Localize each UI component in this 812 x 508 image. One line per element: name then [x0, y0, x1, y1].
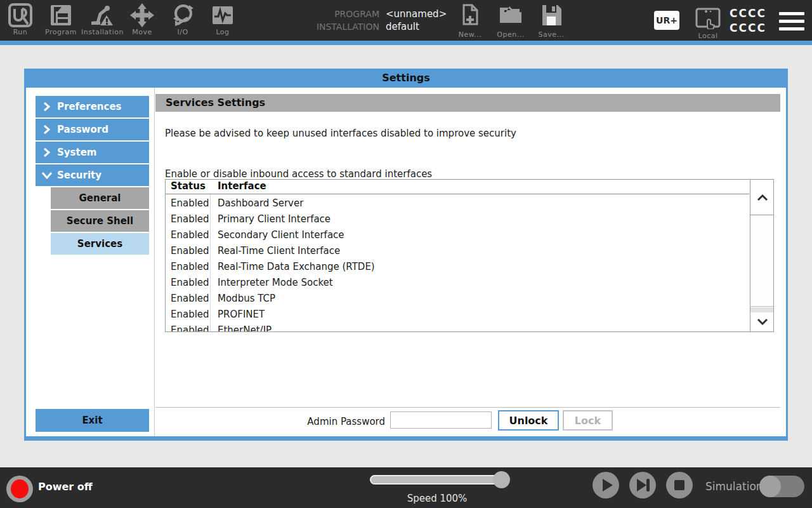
nav-tab-installation[interactable]: Installation: [81, 1, 122, 41]
step-button[interactable]: [629, 472, 656, 498]
power-status-button[interactable]: [6, 476, 33, 502]
cell-interface: Dashboard Server: [218, 197, 303, 209]
simulation-label: Simulation: [705, 480, 763, 493]
nav-tab-io[interactable]: I/O: [164, 1, 202, 41]
scrollbar-track[interactable]: [750, 307, 774, 312]
unlock-button[interactable]: Unlock: [498, 410, 559, 431]
urplus-button[interactable]: UR+: [654, 11, 679, 30]
program-label: PROGRAM: [273, 8, 379, 20]
local-mode-button[interactable]: Local: [692, 4, 724, 40]
table-row[interactable]: Enabled EtherNet/IP: [166, 323, 749, 332]
save-button-label: Save...: [532, 30, 571, 39]
sidebar-item-preferences[interactable]: Preferences: [36, 96, 149, 117]
toggle-knob: [759, 476, 781, 497]
sidebar-item-system[interactable]: System: [36, 142, 149, 163]
column-header-status: Status: [171, 180, 206, 192]
header-accent-strip: [0, 41, 812, 45]
chevron-up-icon: [757, 194, 768, 201]
cell-interface: Interpreter Mode Socket: [218, 277, 333, 288]
nav-tab-move[interactable]: Move: [123, 1, 161, 41]
nav-tab-program[interactable]: Program: [42, 1, 80, 41]
hamburger-icon: [779, 20, 804, 23]
cell-interface: EtherNet/IP: [218, 324, 272, 332]
cell-status: Enabled: [171, 293, 209, 304]
local-pendant-icon: [693, 4, 723, 29]
table-row[interactable]: Enabled Secondary Client Interface: [166, 227, 749, 243]
sidebar-subitem-label: General: [79, 192, 121, 204]
cell-status: Enabled: [171, 309, 209, 320]
hamburger-menu-button[interactable]: [779, 12, 804, 30]
nav-tab-label: Program: [42, 28, 80, 36]
table-row[interactable]: Enabled Modbus TCP: [166, 291, 749, 307]
table-row[interactable]: Enabled Primary Client Interface: [166, 211, 749, 227]
cell-status: Enabled: [171, 197, 209, 209]
chevron-right-icon: [41, 102, 51, 112]
program-icon: [48, 3, 74, 28]
pane-header: Services Settings: [155, 94, 780, 112]
status-line-1: CCCC: [730, 6, 766, 21]
status-display: CCCC CCCC: [730, 6, 766, 36]
installation-icon: [89, 3, 114, 28]
table-row[interactable]: Enabled Dashboard Server: [166, 196, 749, 211]
sidebar-subitem-general[interactable]: General: [51, 187, 149, 209]
hamburger-icon: [779, 12, 804, 15]
open-program-button[interactable]: Open...: [491, 3, 530, 39]
table-row[interactable]: Enabled Real-Time Data Exchange (RTDE): [166, 259, 749, 275]
stop-icon: [666, 472, 693, 498]
scrollbar-thumb[interactable]: [750, 216, 774, 307]
new-program-button[interactable]: New...: [450, 3, 490, 39]
cell-interface: Real-Time Data Exchange (RTDE): [218, 261, 375, 272]
admin-password-input[interactable]: [390, 411, 492, 429]
chevron-down-icon: [41, 170, 53, 180]
io-icon: [170, 3, 195, 28]
sidebar-subitem-label: Secure Shell: [67, 215, 133, 227]
new-button-label: New...: [450, 30, 490, 39]
sidebar-subitem-services[interactable]: Services: [51, 233, 149, 255]
table-row[interactable]: Enabled Real-Time Client Interface: [166, 243, 749, 259]
scroll-up-button[interactable]: [750, 180, 774, 215]
top-bar: Run Program Installation: [0, 0, 812, 41]
nav-tab-label: Move: [123, 28, 161, 36]
nav-tab-log[interactable]: Log: [204, 1, 241, 41]
new-file-icon: [459, 3, 481, 27]
cell-interface: PROFINET: [218, 309, 265, 320]
play-button[interactable]: [593, 472, 619, 498]
interfaces-subtitle-text: Enable or disable inbound access to stan…: [165, 168, 432, 180]
table-header-row: Status Interface: [166, 180, 749, 194]
lock-button[interactable]: Lock: [563, 410, 613, 431]
simulation-toggle[interactable]: [759, 476, 804, 497]
nav-tab-label: I/O: [164, 28, 202, 36]
cell-interface: Real-Time Client Interface: [218, 245, 340, 257]
chevron-right-icon: [41, 147, 51, 157]
chevron-right-icon: [41, 124, 51, 135]
exit-button-label: Exit: [82, 415, 102, 426]
dialog-body: Preferences Password System Security: [26, 88, 786, 436]
open-file-icon: [498, 3, 523, 27]
sidebar-item-security[interactable]: Security: [36, 164, 149, 186]
stop-button[interactable]: [666, 472, 693, 498]
installation-label: INSTALLATION: [273, 20, 379, 33]
speed-slider-knob[interactable]: [493, 471, 510, 488]
power-status-label: Power off: [38, 481, 93, 493]
log-icon: [210, 3, 235, 28]
sidebar-item-label: Security: [57, 164, 102, 186]
play-icon: [593, 472, 619, 498]
services-settings-pane: Services Settings Please be advised to k…: [155, 88, 780, 436]
table-row[interactable]: Enabled PROFINET: [166, 307, 749, 323]
save-program-button[interactable]: Save...: [532, 3, 571, 39]
table-row[interactable]: Enabled Interpreter Mode Socket: [166, 275, 749, 291]
speed-label: Speed 100%: [370, 493, 504, 504]
cell-status: Enabled: [171, 229, 209, 241]
sidebar-item-label: Password: [57, 119, 108, 140]
column-header-interface: Interface: [218, 180, 266, 192]
exit-button[interactable]: Exit: [36, 409, 149, 432]
scroll-down-button[interactable]: [750, 312, 774, 331]
open-button-label: Open...: [491, 30, 530, 39]
speed-slider-track[interactable]: [370, 475, 504, 485]
sidebar-item-password[interactable]: Password: [36, 119, 149, 140]
nav-tab-run[interactable]: Run: [4, 1, 37, 41]
settings-dialog: Settings Preferences Password: [24, 69, 788, 441]
sidebar-item-label: System: [57, 142, 96, 163]
sidebar-subitem-secure-shell[interactable]: Secure Shell: [51, 210, 149, 232]
nav-tab-label: Installation: [81, 28, 122, 36]
